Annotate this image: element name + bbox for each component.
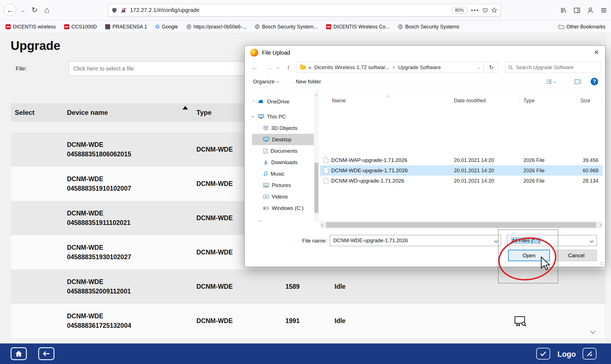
tree-item-videos[interactable]: Videos xyxy=(252,191,314,202)
tree-item-music[interactable]: Music xyxy=(252,168,314,179)
collapse-icon[interactable] xyxy=(252,115,254,118)
footer-confirm-button[interactable] xyxy=(536,348,550,360)
view-mode-icon[interactable] xyxy=(546,79,556,84)
footer-logo-edit-button[interactable] xyxy=(583,348,596,360)
search-input[interactable] xyxy=(516,65,598,71)
menu-hamburger-icon[interactable] xyxy=(600,7,607,14)
header-select[interactable]: Select xyxy=(11,109,63,117)
breadcrumb-collapsed[interactable]: « xyxy=(309,64,312,71)
bookmark-google[interactable]: GGoogle xyxy=(155,24,178,30)
nav-up-icon[interactable]: ↑ xyxy=(287,63,290,72)
file-row[interactable]: DCNM-WD-upgrade-1.71.2026 20.01.2021 14:… xyxy=(320,176,603,186)
bookmark-star-icon[interactable] xyxy=(491,7,497,13)
scroll-right-arrow[interactable] xyxy=(599,224,602,226)
file-row-selected[interactable]: DCNM-WDE-upgrade-1.71.2026 20.01.2021 14… xyxy=(320,165,603,176)
dialog-titlebar[interactable]: File Upload xyxy=(245,46,605,60)
nav-history-chevron[interactable] xyxy=(277,66,280,69)
mouse-cursor xyxy=(540,256,551,271)
tree-item-downloads[interactable]: Downloads xyxy=(252,157,314,168)
file-size: 28.134 xyxy=(580,178,603,184)
preview-pane-icon[interactable] xyxy=(574,79,581,84)
page-scrollbar[interactable] xyxy=(605,33,611,343)
dialog-search-box[interactable] xyxy=(505,62,601,73)
bookmark-ccs1000d[interactable]: CCS1000D xyxy=(64,24,97,30)
column-type[interactable]: Type xyxy=(523,98,580,104)
scroll-left-arrow[interactable] xyxy=(321,224,324,226)
scrollbar-down-arrow[interactable] xyxy=(607,338,610,341)
browser-forward-button[interactable]: → xyxy=(16,4,28,16)
zoom-level-badge[interactable]: 80% xyxy=(451,7,468,14)
bookmark-bosch-security-systems[interactable]: Bosch Security Systems xyxy=(398,24,459,30)
file-row[interactable]: DCNM-WAP-upgrade-1.71.2026 20.01.2021 14… xyxy=(320,155,603,165)
tree-item-this-pc[interactable]: This PC xyxy=(252,111,314,122)
page-actions-icon[interactable]: ••• xyxy=(471,7,479,14)
firefox-icon xyxy=(250,49,258,57)
bookmark-bosch-security-system[interactable]: Bosch Security System... xyxy=(255,24,318,30)
other-bookmarks-button[interactable]: Other Bookmarks xyxy=(559,24,605,30)
library-icon[interactable] xyxy=(560,7,567,14)
globe-favicon xyxy=(186,24,191,29)
nav-forward-icon[interactable]: → xyxy=(265,63,273,72)
account-icon[interactable] xyxy=(587,7,594,14)
help-icon[interactable]: ? xyxy=(591,78,598,85)
bookmark-dicentis-wireless[interactable]: DICENTIS wireless xyxy=(6,24,56,30)
column-date-modified[interactable]: Date modified xyxy=(454,98,523,104)
tree-item-3d-objects[interactable]: 3D Objects xyxy=(252,122,314,134)
dialog-toolbar: Organize New folder ? xyxy=(245,75,605,88)
horizontal-scrollbar-thumb[interactable] xyxy=(326,222,596,228)
column-name[interactable]: Name xyxy=(320,98,454,104)
file-size: 60.968 xyxy=(580,168,603,174)
scrollbar-thumb[interactable] xyxy=(314,163,318,213)
drive-icon xyxy=(263,206,269,210)
diagonal-pen-icon xyxy=(586,351,593,357)
sidebar-scrollbar[interactable] xyxy=(314,90,319,221)
file-select-input[interactable] xyxy=(69,61,253,76)
breadcrumb-parent[interactable]: Dicentis Wireless 1.72 softwar... xyxy=(314,64,389,71)
onedrive-icon xyxy=(258,100,264,104)
tree-item-pictures[interactable]: Pictures xyxy=(252,179,314,191)
resize-grip[interactable] xyxy=(600,262,604,266)
tree-item-desktop[interactable]: Desktop xyxy=(252,134,314,145)
horizontal-scrollbar[interactable] xyxy=(320,221,603,229)
pocket-icon[interactable] xyxy=(482,8,488,13)
footer-back-button[interactable] xyxy=(38,347,54,360)
bookmark-prascl[interactable]: https://prascl-0b50e6-... xyxy=(186,24,246,30)
scrollbar-up-arrow[interactable] xyxy=(315,94,318,97)
column-size[interactable]: Size xyxy=(580,98,603,104)
insecure-lock-icon[interactable] xyxy=(121,7,127,13)
tree-item-documents[interactable]: Documents xyxy=(252,145,314,157)
combo-dropdown-icon[interactable] xyxy=(590,239,594,243)
url-text[interactable]: 172.27.2.1/#/config/upgrade xyxy=(130,7,199,13)
footer-home-button[interactable] xyxy=(11,347,27,360)
address-breadcrumb[interactable]: « Dicentis Wireless 1.72 softwar... > Up… xyxy=(297,62,483,73)
expand-icon[interactable] xyxy=(252,100,254,103)
header-device-name[interactable]: Device name xyxy=(63,109,193,117)
file-name-combobox[interactable] xyxy=(330,235,501,246)
tree-item-windows-c[interactable]: Windows (C:) xyxy=(252,202,314,214)
breadcrumb-current[interactable]: Upgrade Software xyxy=(398,64,441,71)
file-icon xyxy=(324,168,328,173)
bosch-favicon xyxy=(64,24,69,29)
file-date: 20.01.2021 14:20 xyxy=(454,168,523,174)
shield-icon[interactable] xyxy=(112,8,117,13)
sidebars-icon[interactable] xyxy=(574,7,580,14)
reload-icon: ↻ xyxy=(32,6,38,14)
dialog-close-button[interactable]: × xyxy=(588,46,605,59)
download-icon xyxy=(263,160,268,165)
new-folder-button[interactable]: New folder xyxy=(296,79,321,85)
device-image-icon[interactable] xyxy=(437,316,605,326)
browser-back-button[interactable]: ← xyxy=(4,4,16,16)
refresh-button[interactable]: ↻ xyxy=(485,62,498,73)
bookmark-praesensa[interactable]: PRAESENSA 1 xyxy=(105,24,147,30)
tree-item-network[interactable]: Network xyxy=(252,217,314,221)
url-bar[interactable]: 172.27.2.1/#/config/upgrade 80% ••• xyxy=(108,4,501,16)
table-row[interactable]: DCNM-WDE045888361725132004 DCNM-WDE 1991… xyxy=(11,304,605,338)
file-name-input[interactable] xyxy=(333,237,491,244)
browser-reload-button[interactable]: ↻ xyxy=(28,4,41,16)
breadcrumb-dropdown-icon[interactable] xyxy=(478,66,480,69)
browser-home-button[interactable]: ⌂ xyxy=(41,4,53,16)
tree-item-onedrive[interactable]: OneDrive xyxy=(252,96,314,107)
nav-back-icon[interactable]: ← xyxy=(251,63,259,72)
bookmark-dicentis-wireless-co[interactable]: DICENTIS Wireless Co... xyxy=(326,24,389,30)
organize-button[interactable]: Organize xyxy=(253,79,279,85)
